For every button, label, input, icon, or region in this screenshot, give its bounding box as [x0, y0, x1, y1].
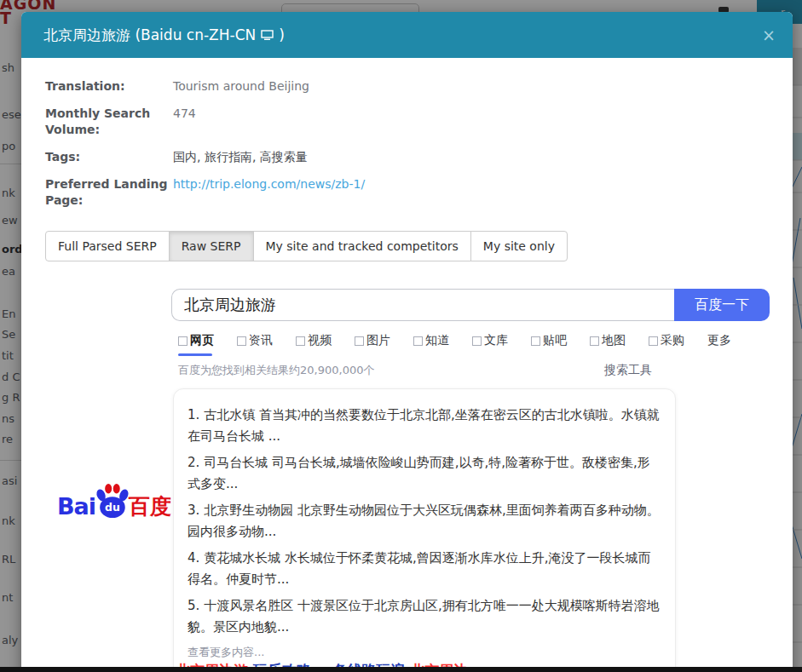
translation-value: Tourism around Beijing [173, 78, 309, 95]
screen-bottom-edge [0, 667, 802, 672]
baidu-tab-tieba[interactable]: 贴吧 [531, 333, 567, 356]
svg-text:du: du [105, 501, 120, 514]
tags-value: 国内, 旅行指南, 高搜索量 [173, 149, 308, 165]
tab-square-icon [178, 336, 188, 346]
baidu-logo-cn: 百度 [129, 492, 171, 520]
baidu-tab-zhidao[interactable]: 知道 [413, 333, 449, 356]
baidu-logo: Bai du 百度 [57, 289, 171, 672]
baidu-paw-icon: du [94, 482, 130, 520]
baidu-search-bar: 百度一下 [171, 289, 770, 321]
baidu-logo-bai: Bai [57, 493, 95, 520]
screen: AGON T r sh ese po nk ew ord ea En Se ti… [0, 0, 802, 672]
desktop-icon [261, 30, 274, 41]
modal-header: 北京周边旅游 (Baidu cn-ZH-CN ) × [21, 12, 793, 58]
keyword-detail-modal: 北京周边旅游 (Baidu cn-ZH-CN ) × Translation: … [21, 12, 793, 672]
results-count: 百度为您找到相关结果约20,900,000个 [178, 363, 374, 378]
tab-square-icon [649, 336, 658, 346]
modal-body: Translation: Tourism around Beijing Mont… [21, 58, 793, 672]
baidu-nav-tabs: 网页 资讯 视频 图片 知道 文库 贴吧 地图 采购 更多 [178, 333, 769, 356]
detail-row-translation: Translation: Tourism around Beijing [45, 78, 769, 95]
see-more-text: 查看更多内容... [188, 645, 661, 660]
tab-square-icon [296, 336, 305, 346]
tab-raw-serp[interactable]: Raw SERP [169, 231, 254, 261]
detail-label: Translation: [45, 78, 173, 95]
tab-square-icon [531, 336, 540, 346]
modal-title-paren: ) [279, 26, 285, 43]
serp-result-card: 1. 古北水镇 首当其冲的当然要数位于北京北部,坐落在密云区的古北水镇啦。水镇就… [173, 388, 676, 672]
tab-square-icon [355, 336, 364, 346]
baidu-search-button[interactable]: 百度一下 [674, 289, 770, 321]
close-icon[interactable]: × [762, 27, 776, 43]
detail-row-landing-page: Preferred Landing Page: http://trip.elon… [45, 176, 769, 209]
baidu-tab-label: 视频 [308, 333, 332, 348]
result-item: 5. 十渡风景名胜区 十渡景区位于北京房山区,拥有北方唯一一处大规模喀斯特岩溶地… [188, 595, 661, 638]
detail-row-search-volume: Monthly Search Volume: 474 [45, 106, 769, 138]
serp-view-tabs: Full Parsed SERP Raw SERP My site and tr… [45, 231, 769, 261]
preferred-landing-page-link[interactable]: http://trip.elong.com/news/zb-1/ [173, 177, 365, 191]
tab-my-site-only[interactable]: My site only [470, 231, 568, 261]
raw-serp-preview: Bai du 百度 百度一下 [45, 289, 769, 672]
baidu-tab-wenku[interactable]: 文库 [472, 333, 508, 356]
modal-title-text: 北京周边旅游 (Baidu cn-ZH-CN [43, 26, 256, 45]
tab-square-icon [237, 336, 246, 346]
tab-square-icon [413, 336, 423, 346]
result-item: 3. 北京野生动物园 北京野生动物园位于大兴区玩偶森林,里面饲养着两百多种动物。… [188, 500, 661, 543]
tab-square-icon [590, 336, 599, 346]
baidu-tab-label: 采购 [661, 333, 684, 348]
search-volume-value: 474 [173, 106, 196, 138]
baidu-tab-label: 图片 [366, 333, 390, 348]
baidu-tab-label: 网页 [190, 333, 214, 348]
baidu-tab-maps[interactable]: 地图 [590, 333, 626, 356]
detail-label: Preferred Landing Page: [45, 176, 173, 209]
baidu-tab-label: 知道 [425, 333, 449, 348]
tab-my-site-and-competitors[interactable]: My site and tracked competitors [253, 231, 471, 261]
baidu-tab-label: 贴吧 [543, 333, 567, 348]
baidu-tab-label: 文库 [484, 333, 508, 348]
result-item: 2. 司马台长城 司马台长城,城墙依险峻山势而建,以奇,特,险著称于世。敌楼密集… [188, 452, 661, 495]
tab-full-parsed-serp[interactable]: Full Parsed SERP [45, 231, 170, 261]
baidu-tab-news[interactable]: 资讯 [237, 333, 273, 356]
baidu-tab-label: 更多 [707, 333, 731, 348]
search-tools-link[interactable]: 搜索工具 [604, 363, 652, 378]
modal-title: 北京周边旅游 (Baidu cn-ZH-CN ) [43, 26, 285, 45]
baidu-tab-more[interactable]: 更多 [707, 333, 731, 356]
detail-label: Monthly Search Volume: [45, 106, 173, 138]
detail-label: Tags: [45, 149, 173, 165]
detail-row-tags: Tags: 国内, 旅行指南, 高搜索量 [45, 149, 769, 165]
results-meta: 百度为您找到相关结果约20,900,000个 搜索工具 [178, 363, 652, 378]
tab-square-icon [472, 336, 482, 346]
serp-main: 百度一下 网页 资讯 视频 图片 知道 文库 贴吧 地图 采购 更多 [171, 289, 769, 672]
result-item: 1. 古北水镇 首当其冲的当然要数位于北京北部,坐落在密云区的古北水镇啦。水镇就… [188, 405, 661, 447]
baidu-tab-images[interactable]: 图片 [355, 333, 390, 356]
baidu-tab-video[interactable]: 视频 [296, 333, 332, 356]
baidu-tab-web[interactable]: 网页 [178, 333, 214, 356]
baidu-tab-caigou[interactable]: 采购 [649, 333, 684, 356]
baidu-tab-label: 资讯 [249, 333, 273, 348]
result-item: 4. 黄花城水长城 水长城位于怀柔黄花城,曾因逐渐水库水位上升,淹没了一段长城而… [188, 548, 661, 590]
baidu-search-input[interactable] [171, 289, 674, 321]
baidu-tab-label: 地图 [602, 333, 626, 348]
